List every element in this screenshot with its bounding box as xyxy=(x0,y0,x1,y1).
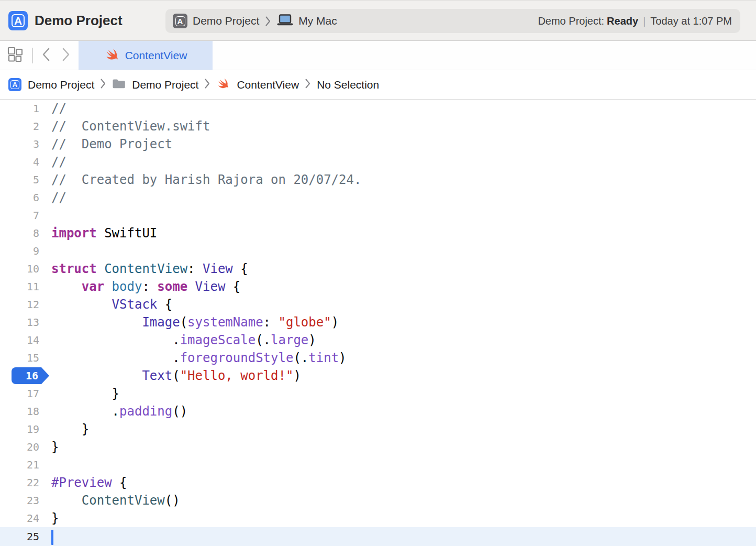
breadcrumb-project[interactable]: Demo Project xyxy=(28,79,94,91)
code-text[interactable]: // Created by Harish Rajora on 20/07/24. xyxy=(39,171,361,189)
line-number-gutter[interactable]: 8 xyxy=(0,224,39,242)
code-line-20[interactable]: 20} xyxy=(0,438,756,456)
scheme-selector[interactable]: A Demo Project My Mac xyxy=(173,14,337,28)
line-number-gutter[interactable]: 10 xyxy=(0,260,39,278)
line-number: 6 xyxy=(33,191,39,204)
status-time: Today at 1:07 PM xyxy=(650,15,732,27)
run-destination[interactable]: My Mac xyxy=(298,15,337,27)
code-line-16[interactable]: 16 Text("Hello, world!") xyxy=(0,367,756,385)
code-text[interactable]: } xyxy=(39,438,59,456)
code-line-22[interactable]: 22#Preview { xyxy=(0,474,756,492)
line-number: 21 xyxy=(27,458,39,471)
code-line-3[interactable]: 3// Demo Project xyxy=(0,135,756,153)
code-text[interactable]: .padding() xyxy=(39,402,187,420)
code-text[interactable]: VStack { xyxy=(39,296,172,313)
code-text[interactable]: } xyxy=(39,420,89,438)
code-text[interactable]: Text("Hello, world!") xyxy=(39,367,301,385)
line-number-gutter[interactable]: 15 xyxy=(0,349,39,367)
line-number-gutter[interactable]: 7 xyxy=(0,206,39,224)
code-text[interactable]: var body: some View { xyxy=(39,278,240,296)
code-text[interactable]: .imageScale(.large) xyxy=(39,331,316,349)
code-line-18[interactable]: 18 .padding() xyxy=(0,402,756,420)
line-number-gutter[interactable]: 14 xyxy=(0,331,39,349)
navigate-forward-button[interactable] xyxy=(58,41,74,70)
text-cursor xyxy=(51,530,53,545)
code-line-7[interactable]: 7 xyxy=(0,206,756,224)
code-line-23[interactable]: 23 ContentView() xyxy=(0,492,756,509)
code-line-8[interactable]: 8import SwiftUI xyxy=(0,224,756,242)
code-line-19[interactable]: 19 } xyxy=(0,420,756,438)
code-text[interactable] xyxy=(39,528,51,545)
code-line-24[interactable]: 24} xyxy=(0,509,756,527)
code-line-4[interactable]: 4// xyxy=(0,153,756,171)
line-number-gutter[interactable]: 3 xyxy=(0,135,39,153)
line-number-gutter[interactable]: 6 xyxy=(0,189,39,206)
line-number-gutter[interactable]: 11 xyxy=(0,278,39,296)
code-line-5[interactable]: 5// Created by Harish Rajora on 20/07/24… xyxy=(0,171,756,189)
line-number-gutter[interactable]: 16 xyxy=(0,367,39,385)
code-text[interactable]: import SwiftUI xyxy=(39,224,157,242)
code-text[interactable]: } xyxy=(39,385,119,402)
line-number-gutter[interactable]: 25 xyxy=(0,527,39,546)
code-line-14[interactable]: 14 .imageScale(.large) xyxy=(0,331,756,349)
code-text[interactable]: // xyxy=(39,100,66,117)
navigate-back-button[interactable] xyxy=(38,41,54,70)
scheme-name[interactable]: Demo Project xyxy=(193,15,259,27)
breadcrumb-chevron-icon xyxy=(305,79,310,91)
code-editor[interactable]: 1//2// ContentView.swift3// Demo Project… xyxy=(0,100,756,546)
line-number-gutter[interactable]: 18 xyxy=(0,402,39,420)
line-number-gutter[interactable]: 1 xyxy=(0,100,39,117)
line-number-gutter[interactable]: 5 xyxy=(0,171,39,189)
line-number-gutter[interactable]: 19 xyxy=(0,420,39,438)
code-line-2[interactable]: 2// ContentView.swift xyxy=(0,117,756,135)
line-number: 4 xyxy=(33,156,39,168)
code-line-10[interactable]: 10struct ContentView: View { xyxy=(0,260,756,278)
code-text[interactable]: struct ContentView: View { xyxy=(39,260,248,278)
code-text[interactable]: Image(systemName: "globe") xyxy=(39,313,339,331)
line-number-gutter[interactable]: 23 xyxy=(0,492,39,509)
code-line-15[interactable]: 15 .foregroundStyle(.tint) xyxy=(0,349,756,367)
code-line-9[interactable]: 9 xyxy=(0,242,756,260)
line-number-gutter[interactable]: 2 xyxy=(0,117,39,135)
code-text[interactable]: // ContentView.swift xyxy=(39,117,210,135)
line-number-gutter[interactable]: 12 xyxy=(0,296,39,313)
code-text[interactable]: // Demo Project xyxy=(39,135,172,153)
breadcrumb-selection[interactable]: No Selection xyxy=(317,79,379,91)
line-number-gutter[interactable]: 24 xyxy=(0,509,39,527)
line-number: 16 xyxy=(26,369,38,382)
code-text[interactable]: // xyxy=(39,153,66,171)
line-number-gutter[interactable]: 20 xyxy=(0,438,39,456)
line-number-gutter[interactable]: 9 xyxy=(0,242,39,260)
code-line-6[interactable]: 6// xyxy=(0,189,756,206)
breadcrumb-chevron-icon xyxy=(101,79,106,91)
code-line-11[interactable]: 11 var body: some View { xyxy=(0,278,756,296)
swift-icon xyxy=(104,47,120,64)
code-line-1[interactable]: 1// xyxy=(0,100,756,117)
breadcrumb-file[interactable]: ContentView xyxy=(237,79,299,91)
line-number-gutter[interactable]: 13 xyxy=(0,313,39,331)
code-text[interactable]: } xyxy=(39,509,59,527)
code-text[interactable]: ContentView() xyxy=(39,492,180,509)
tab-contentview[interactable]: ContentView xyxy=(79,41,213,70)
line-number-gutter[interactable]: 22 xyxy=(0,474,39,492)
line-number: 5 xyxy=(33,173,39,186)
code-line-25[interactable]: 25 xyxy=(0,527,756,546)
xcode-window: A Demo Project A Demo Project My Mac xyxy=(0,0,756,546)
app-icon-letter: A xyxy=(14,15,22,26)
editor-grid-button[interactable] xyxy=(6,41,25,70)
breadcrumb-group[interactable]: Demo Project xyxy=(132,79,198,91)
code-text[interactable]: .foregroundStyle(.tint) xyxy=(39,349,347,367)
code-line-12[interactable]: 12 VStack { xyxy=(0,296,756,313)
code-line-21[interactable]: 21 xyxy=(0,456,756,474)
line-number: 8 xyxy=(33,227,39,239)
code-text[interactable]: #Preview { xyxy=(39,474,127,492)
line-number-gutter[interactable]: 17 xyxy=(0,385,39,402)
line-number: 9 xyxy=(33,245,39,257)
code-text[interactable]: // xyxy=(39,189,66,206)
line-number-gutter[interactable]: 21 xyxy=(0,456,39,474)
code-line-13[interactable]: 13 Image(systemName: "globe") xyxy=(0,313,756,331)
line-number-gutter[interactable]: 4 xyxy=(0,153,39,171)
code-line-17[interactable]: 17 } xyxy=(0,385,756,402)
line-number: 18 xyxy=(27,405,39,418)
line-number: 25 xyxy=(27,530,39,543)
